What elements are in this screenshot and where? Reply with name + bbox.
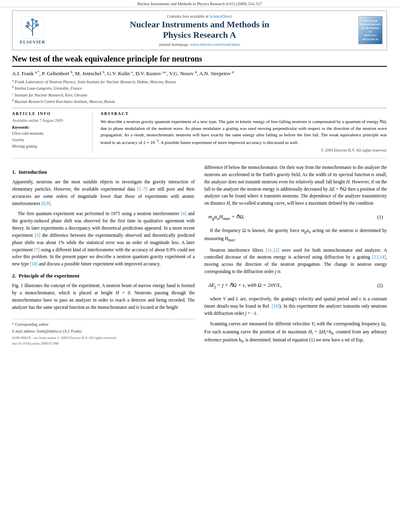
journal-cover-image: NUCLEAR INSTRUMENTS & METHODS IN PHYSICS…: [358, 16, 383, 44]
article-info-panel: ARTICLE INFO Available online 7 August 2…: [12, 111, 93, 152]
svg-point-7: [25, 25, 29, 28]
issn-line: 0168-9002/$ - see front matter © 2009 El…: [12, 335, 195, 341]
svg-point-11: [31, 18, 34, 21]
equation-2-text: ΔEj = j × ℏΩ + ε, with Ω = 2πV/L,: [208, 281, 282, 290]
equation-1-block: mganHmax = ℏΩ, (1): [204, 211, 387, 223]
elsevier-tree-icon: [22, 16, 44, 39]
equation-1-text: mganHmax = ℏΩ,: [208, 213, 245, 222]
elsevier-wordmark: ELSEVIER: [20, 39, 45, 44]
equation-1-number: (1): [377, 214, 383, 221]
elsevier-logo: ELSEVIER: [16, 16, 49, 44]
article-info-heading: ARTICLE INFO: [12, 111, 88, 116]
journal-title: Nuclear Instruments and Methods in Physi…: [49, 19, 350, 41]
intro-para-1: Apparently, neutrons are the most suitab…: [12, 179, 195, 207]
author-geltenbort: P. Geltenbort b: [42, 70, 72, 76]
ref-7: [7]: [34, 247, 39, 252]
right-para-4: where V and L are, respectively, the gra…: [204, 296, 387, 317]
ref-10: [10]: [30, 261, 38, 266]
author-jentschel: M. Jentschel b: [75, 70, 104, 76]
ref-8-9: [8,9]: [41, 201, 50, 206]
corresponding-author-note: * Corresponding author.: [12, 322, 195, 328]
copyright-line: © 2009 Elsevier B.V. All rights reserved…: [101, 148, 387, 152]
svg-point-10: [35, 20, 38, 23]
affiliation-b: b Institut Laue-Langevin, Grenoble, Fran…: [12, 85, 387, 91]
intro-para-2: The first quantum experiment was perform…: [12, 210, 195, 268]
ref-11-12: [11,12]: [266, 248, 279, 253]
header-divider: [12, 108, 387, 108]
keyword-3: Moving grating: [12, 143, 88, 150]
section-principle-title: 2. Principle of the experiment: [12, 272, 195, 280]
equation-2-block: ΔEj = j × ℏΩ + ε, with Ω = 2πV/L, (2): [204, 279, 387, 292]
ref-1-7: [1–7]: [137, 187, 147, 191]
authors-line: A.I. Frank a,*, P. Geltenbort b, M. Jent…: [12, 70, 387, 77]
footnote-section: * Corresponding author. E-mail address: …: [12, 319, 195, 346]
journal-url[interactable]: www.elsevier.com/locate/nima: [190, 42, 240, 47]
author-strepetov: A.N. Strepetov d: [199, 70, 234, 76]
right-para-3: Neutron interference filters [11,12] wer…: [204, 247, 387, 275]
journal-homepage-line: journal homepage: www.elsevier.com/locat…: [49, 42, 350, 47]
author-kustov: D.V. Kustov a,c: [136, 70, 167, 76]
keywords-list: Ultra-cold neutrons Gravity Moving grati…: [12, 130, 88, 150]
keyword-1: Ultra-cold neutrons: [12, 130, 88, 137]
keyword-2: Gravity: [12, 137, 88, 143]
body-left-column: 1. Introduction Apparently, neutrons are…: [12, 164, 195, 348]
svg-point-8: [35, 23, 39, 27]
available-online: Available online 7 August 2009: [12, 118, 88, 123]
right-para-5: Scanning curves are measured for differe…: [204, 320, 387, 345]
equation-2-number: (2): [377, 282, 383, 290]
journal-header: ELSEVIER Contents lists available at Sci…: [12, 10, 387, 50]
sciencedirect-link[interactable]: ScienceDirect: [209, 14, 232, 18]
principle-para-1: Fig. 1 illustrates the concept of the ex…: [12, 282, 195, 311]
section-intro-title: 1. Introduction: [12, 168, 195, 176]
doi-line: doi:10.1016/j.nima.2009.07.088: [12, 341, 195, 347]
ref-5: [5]: [35, 233, 40, 238]
body-right-column: difference H below the monochromator. On…: [204, 164, 387, 348]
right-para-1: difference H below the monochromator. On…: [204, 164, 387, 207]
email-note: E-mail address: frank@dubna.ru (A.I. Fra…: [12, 329, 195, 335]
right-para-2: If the frequency Ω is known, the gravity…: [204, 227, 387, 243]
abstract-text: We describe a neutron gravity quantum ex…: [101, 118, 387, 146]
affiliations-block: a Frank Laboratory of Neutron Physics, J…: [12, 78, 387, 105]
info-abstract-row: ARTICLE INFO Available online 7 August 2…: [12, 111, 387, 152]
author-kulin: G.V. Kulin a: [107, 70, 133, 76]
affiliation-a: a Frank Laboratory of Neutron Physics, J…: [12, 78, 387, 85]
abstract-body-divider: [12, 158, 387, 158]
affiliation-c: c Institute for Nuclear Research, Kiev, …: [12, 92, 387, 98]
elsevier-logo-area: ELSEVIER: [16, 16, 49, 44]
author-nosov: V.G. Nosov d: [169, 70, 197, 76]
journal-title-area: Contents lists available at ScienceDirec…: [49, 14, 350, 47]
body-columns: 1. Introduction Apparently, neutrons are…: [12, 164, 387, 348]
keywords-label: Keywords:: [12, 125, 88, 129]
author-frank: A.I. Frank a,*: [12, 70, 39, 76]
affiliation-d: d Russian Research Centre Kurchatov Inst…: [12, 98, 387, 105]
ref-13-14: [13,14]: [372, 255, 386, 259]
svg-point-9: [27, 21, 30, 24]
contents-prefix: Contents lists available at: [167, 14, 209, 18]
abstract-panel: ABSTRACT We describe a neutron gravity q…: [101, 111, 387, 152]
article-container: New test of the weak equivalence princip…: [12, 54, 387, 348]
journal-citation-text: Nuclear Instruments and Methods in Physi…: [137, 2, 262, 6]
article-title: New test of the weak equivalence princip…: [12, 54, 387, 67]
ref-4: [4]: [181, 211, 186, 216]
contents-available-line: Contents lists available at ScienceDirec…: [49, 14, 350, 18]
abstract-heading: ABSTRACT: [101, 111, 387, 116]
ref-10b: [10]: [271, 304, 279, 308]
journal-citation-bar: Nuclear Instruments and Methods in Physi…: [0, 0, 399, 7]
journal-cover-area: NUCLEAR INSTRUMENTS & METHODS IN PHYSICS…: [350, 16, 383, 44]
